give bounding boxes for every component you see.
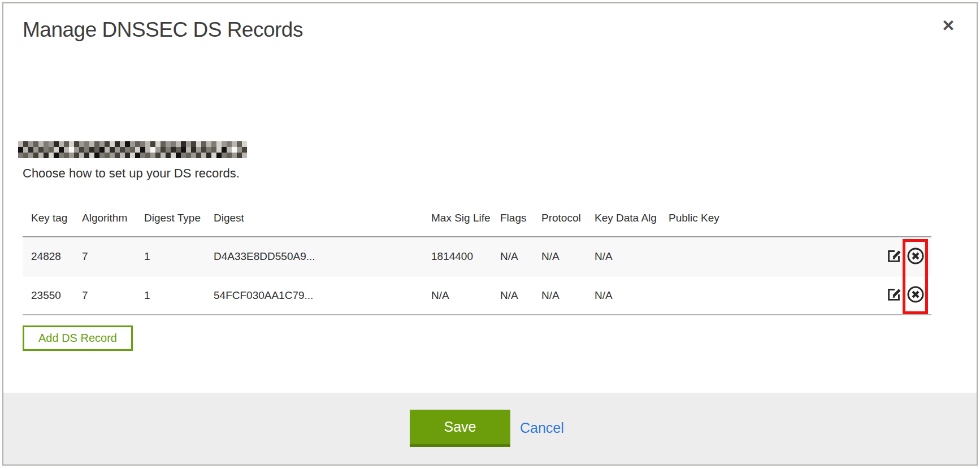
cell-key-data-alg: N/A — [586, 289, 660, 302]
ds-records-table: Key tag Algorithm Digest Type Digest Max… — [23, 199, 931, 315]
header-public-key: Public Key — [660, 212, 862, 224]
modal-footer: Save Cancel — [3, 393, 977, 464]
cell-digest: 54FCF030AA1C79... — [205, 289, 423, 302]
cell-protocol: N/A — [533, 289, 586, 302]
header-algorithm: Algorithm — [73, 212, 136, 224]
cell-protocol: N/A — [533, 250, 586, 263]
page-title: Manage DNSSEC DS Records — [23, 18, 303, 42]
edit-record-button[interactable] — [884, 285, 904, 306]
cell-algorithm: 7 — [73, 250, 136, 263]
close-button[interactable]: ✕ — [937, 15, 960, 37]
edit-icon — [885, 285, 903, 305]
delete-x-circle-icon — [906, 285, 925, 306]
delete-x-circle-icon — [906, 246, 925, 267]
cell-key-tag: 23550 — [23, 289, 73, 302]
delete-record-button[interactable] — [905, 246, 926, 267]
cell-digest-type: 1 — [136, 250, 205, 263]
cell-flags: N/A — [492, 289, 533, 302]
header-digest-type: Digest Type — [136, 212, 205, 224]
header-digest: Digest — [205, 212, 423, 224]
table-row: 24828 7 1 D4A33E8DD550A9... 1814400 N/A … — [23, 236, 931, 276]
page-background: Manage DNSSEC DS Records ✕ Choose how to… — [0, 0, 980, 469]
table-header-row: Key tag Algorithm Digest Type Digest Max… — [23, 199, 931, 236]
instruction-text: Choose how to set up your DS records. — [23, 166, 240, 181]
save-button[interactable]: Save — [410, 410, 510, 447]
header-key-data-alg: Key Data Alg — [586, 212, 660, 224]
cell-algorithm: 7 — [73, 289, 136, 302]
add-ds-record-button[interactable]: Add DS Record — [23, 325, 133, 351]
header-protocol: Protocol — [533, 212, 586, 224]
table-row: 23550 7 1 54FCF030AA1C79... N/A N/A N/A … — [23, 276, 931, 315]
header-max-sig-life: Max Sig Life — [423, 212, 492, 224]
cell-key-tag: 24828 — [23, 250, 73, 263]
cell-max-sig-life: N/A — [423, 289, 492, 302]
header-key-tag: Key tag — [23, 212, 73, 224]
redacted-domain — [18, 141, 247, 158]
close-icon: ✕ — [942, 17, 955, 34]
delete-record-button[interactable] — [905, 285, 926, 306]
row-actions — [862, 285, 931, 306]
edit-icon — [885, 247, 903, 267]
edit-record-button[interactable] — [884, 246, 904, 267]
cell-key-data-alg: N/A — [586, 250, 660, 263]
cancel-link[interactable]: Cancel — [520, 420, 564, 436]
cell-digest-type: 1 — [136, 289, 205, 302]
manage-dnssec-modal: Manage DNSSEC DS Records ✕ Choose how to… — [2, 2, 978, 466]
cell-flags: N/A — [492, 250, 533, 263]
cell-max-sig-life: 1814400 — [423, 250, 492, 263]
cell-digest: D4A33E8DD550A9... — [205, 250, 423, 263]
row-actions — [862, 246, 931, 267]
header-flags: Flags — [492, 212, 533, 224]
